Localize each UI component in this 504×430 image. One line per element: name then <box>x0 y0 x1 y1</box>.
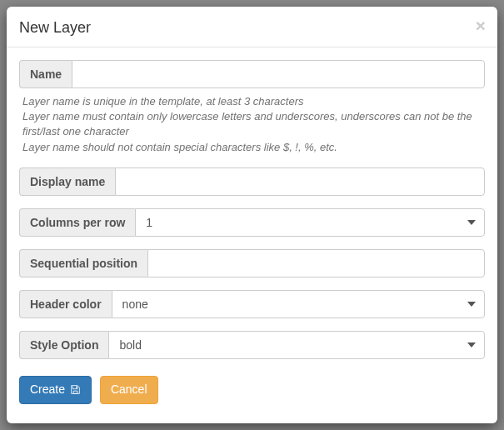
modal-header: New Layer × <box>7 7 497 48</box>
name-help-line-3: Layer name should not contain special ch… <box>22 140 485 155</box>
header-color-select[interactable]: none <box>112 290 485 318</box>
cancel-button-label: Cancel <box>111 382 147 398</box>
modal-body: Name Layer name is unique in the templat… <box>7 48 497 423</box>
name-help-text: Layer name is unique in the template, at… <box>22 94 485 155</box>
style-option-label: Style Option <box>19 331 108 359</box>
style-option-group: Style Option bold <box>19 331 485 359</box>
close-button[interactable]: × <box>476 17 486 34</box>
name-group: Name <box>19 60 485 88</box>
svg-rect-0 <box>76 387 77 388</box>
save-icon <box>70 384 81 395</box>
display-name-group: Display name <box>19 168 485 196</box>
button-row: Create Cancel <box>19 376 485 404</box>
sequential-position-input[interactable] <box>147 249 485 278</box>
create-button[interactable]: Create <box>19 376 92 404</box>
new-layer-modal: New Layer × Name Layer name is unique in… <box>7 7 497 423</box>
sequential-position-label: Sequential position <box>19 249 147 278</box>
columns-per-row-label: Columns per row <box>19 208 135 237</box>
sequential-position-group: Sequential position <box>19 249 485 278</box>
columns-per-row-group: Columns per row 1 <box>19 208 485 237</box>
modal-title: New Layer <box>19 19 91 36</box>
close-icon: × <box>476 16 486 35</box>
display-name-input[interactable] <box>115 168 485 196</box>
style-option-select[interactable]: bold <box>108 331 485 359</box>
create-button-label: Create <box>30 382 65 398</box>
header-color-label: Header color <box>19 290 112 318</box>
name-help-line-1: Layer name is unique in the template, at… <box>22 94 485 109</box>
columns-per-row-select[interactable]: 1 <box>135 208 485 237</box>
name-label: Name <box>19 60 72 88</box>
display-name-label: Display name <box>19 168 115 196</box>
cancel-button[interactable]: Cancel <box>100 376 158 404</box>
name-input[interactable] <box>72 60 485 88</box>
header-color-group: Header color none <box>19 290 485 318</box>
name-help-line-2: Layer name must contain only lowercase l… <box>22 109 485 139</box>
